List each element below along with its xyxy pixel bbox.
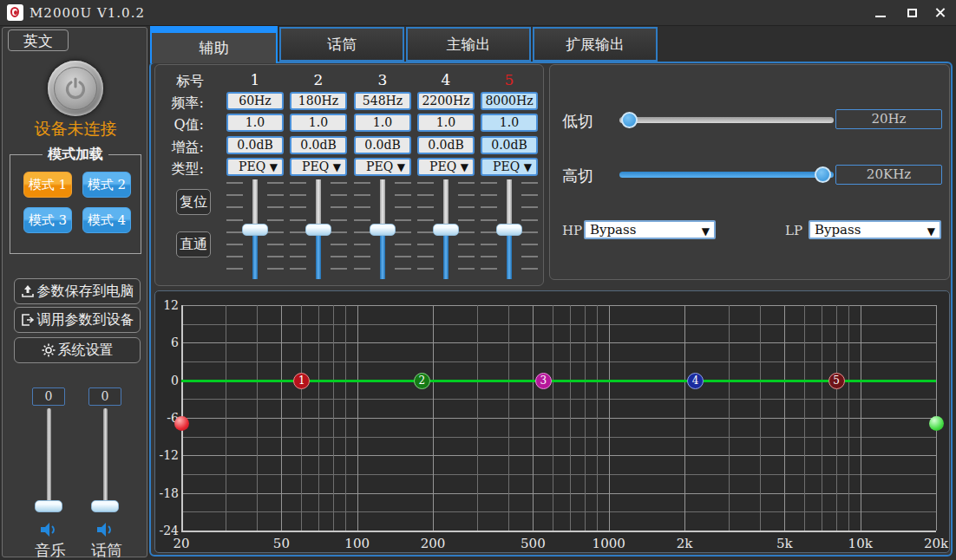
band-4-freq-field[interactable]: 2200Hz (417, 92, 475, 110)
grid-line-x (784, 305, 785, 531)
tab-microphone[interactable]: 话筒 (279, 27, 404, 62)
chevron-down-icon: ▼ (397, 160, 405, 175)
band-5-gain-field[interactable]: 0.0dB (481, 136, 538, 154)
band-1-gain-slider[interactable] (226, 179, 284, 279)
band-3-gain-field[interactable]: 0.0dB (354, 136, 411, 154)
grid-line-x (533, 305, 534, 531)
eq-curve-graph: 1260-6-12-18-24205010020050010002k5k10k2… (154, 290, 950, 553)
music-fader-value[interactable]: 0 (32, 387, 65, 406)
close-button[interactable] (925, 0, 954, 25)
load-params-to-device-button[interactable]: 调用参数到设备 (14, 307, 141, 333)
eq-point-4[interactable]: 4 (687, 373, 704, 389)
lp-label: LP (785, 223, 802, 238)
grid-line-x (570, 305, 571, 531)
through-button[interactable]: 直通 (176, 231, 211, 257)
chevron-down-icon: ▼ (270, 160, 278, 175)
band-2-freq-field[interactable]: 180Hz (290, 92, 347, 110)
lp-filter-select[interactable]: Bypass ▼ (809, 220, 941, 239)
tab-ext-output[interactable]: 扩展输出 (533, 27, 658, 62)
speaker-icon (40, 522, 59, 537)
band-5-number: 5 (481, 71, 538, 88)
eq-point-1[interactable]: 1 (293, 373, 310, 389)
y-axis-label: -18 (156, 486, 179, 500)
speaker-icon (96, 522, 115, 537)
x-axis-label: 50 (262, 536, 300, 551)
band-5-type-select[interactable]: PEQ▼ (481, 158, 538, 176)
band-4-number: 4 (417, 71, 475, 88)
grid-line-y (181, 418, 936, 419)
band-1-q-field[interactable]: 1.0 (226, 114, 284, 132)
grid-line-x (301, 305, 302, 531)
mode-load-group (10, 154, 141, 254)
high-cut-slider-track[interactable] (619, 172, 834, 178)
band-1-freq-field[interactable]: 60Hz (226, 92, 284, 110)
grid-line-x (477, 305, 478, 531)
mic-fader-track[interactable] (103, 408, 108, 511)
reset-button[interactable]: 复位 (176, 189, 211, 215)
band-5-q-field[interactable]: 1.0 (481, 114, 538, 132)
band-4-gain-field[interactable]: 0.0dB (417, 136, 475, 154)
band-4-q-field[interactable]: 1.0 (417, 114, 475, 132)
band-3-slider-handle[interactable] (370, 224, 396, 236)
minimize-button[interactable] (866, 0, 895, 25)
hp-filter-select[interactable]: Bypass ▼ (584, 220, 716, 239)
high-cut-slider-handle[interactable] (815, 166, 831, 183)
mic-fader-handle[interactable] (91, 500, 119, 512)
band-4-gain-slider[interactable] (417, 179, 475, 279)
tab-main-output[interactable]: 主输出 (406, 27, 531, 62)
chevron-down-icon: ▼ (461, 160, 468, 175)
maximize-icon (907, 9, 917, 17)
band-1-type-select[interactable]: PEQ▼ (226, 158, 284, 176)
mode-1-button[interactable]: 模式 1 (23, 172, 72, 198)
band-3-freq-field[interactable]: 548Hz (354, 92, 411, 110)
band-1-number: 1 (226, 71, 284, 88)
band-2-gain-slider[interactable] (290, 179, 347, 279)
minimize-icon (875, 16, 886, 17)
grid-line-x (357, 305, 358, 531)
music-fader-track[interactable] (47, 408, 51, 511)
system-settings-button[interactable]: 系统设置 (14, 337, 141, 363)
low-cut-slider-track[interactable] (619, 117, 834, 123)
band-2-type-select[interactable]: PEQ▼ (290, 158, 347, 176)
band-3-type-select[interactable]: PEQ▼ (354, 158, 411, 176)
grid-line-x (318, 305, 319, 531)
eq-point-5[interactable]: 5 (828, 373, 845, 389)
grid-line-y (181, 474, 936, 475)
music-fader-handle[interactable] (35, 500, 62, 512)
eq-point-2[interactable]: 2 (414, 373, 430, 389)
band-2-q-field[interactable]: 1.0 (290, 114, 347, 132)
x-axis-label: 1000 (590, 536, 628, 551)
band-2-number: 2 (290, 71, 347, 88)
language-toggle-button[interactable]: 英文 (8, 29, 69, 51)
eq-point-3[interactable]: 3 (535, 373, 552, 389)
band-2-slider-handle[interactable] (305, 224, 331, 236)
high-cut-handle[interactable] (929, 416, 944, 431)
mode-4-button[interactable]: 模式 4 (82, 207, 131, 233)
mode-3-button[interactable]: 模式 3 (23, 207, 72, 233)
band-1-slider-handle[interactable] (242, 224, 268, 236)
grid-line-x (345, 305, 346, 531)
band-1-gain-field[interactable]: 0.0dB (226, 136, 284, 154)
mode-2-button[interactable]: 模式 2 (82, 172, 131, 198)
band-5-gain-slider[interactable] (481, 179, 538, 279)
low-cut-handle[interactable] (174, 416, 189, 431)
mic-fader-value[interactable]: 0 (88, 387, 121, 406)
connect-power-button[interactable] (48, 61, 103, 116)
save-params-to-pc-button[interactable]: 参数保存到电脑 (14, 278, 141, 304)
band-3-gain-slider[interactable] (354, 179, 411, 279)
tab-aux[interactable]: 辅助 (150, 26, 278, 63)
band-4-slider-handle[interactable] (433, 224, 459, 236)
band-5-freq-field[interactable]: 8000Hz (481, 92, 538, 110)
band-3-q-field[interactable]: 1.0 (354, 114, 411, 132)
grid-line-x (822, 305, 822, 531)
grid-line-y (181, 437, 936, 438)
band-4-type-select[interactable]: PEQ▼ (417, 158, 475, 176)
band-2-gain-field[interactable]: 0.0dB (290, 136, 347, 154)
maximize-button[interactable] (897, 0, 927, 25)
grid-line-y (181, 399, 936, 400)
grid-line-x (281, 305, 282, 531)
band-3-number: 3 (354, 71, 411, 88)
low-cut-slider-handle[interactable] (621, 112, 638, 128)
band-5-slider-handle[interactable] (496, 224, 522, 236)
grid-line-x (257, 305, 258, 531)
